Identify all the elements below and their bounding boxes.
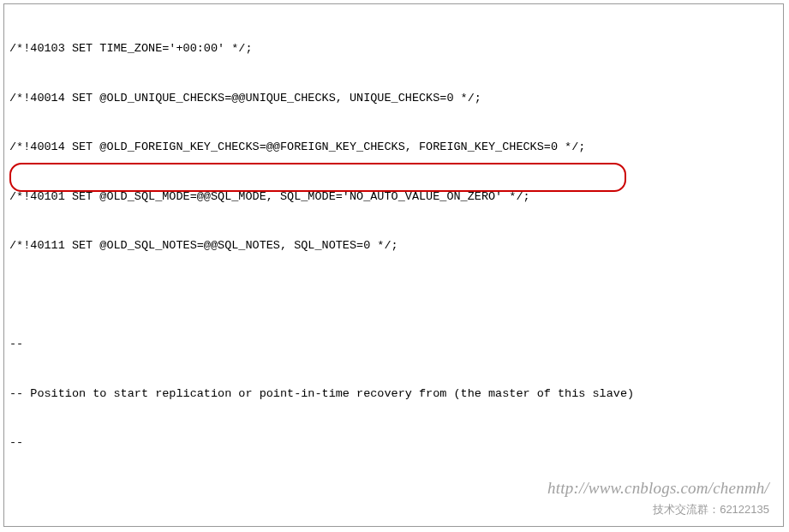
sql-line: -- Position to start replication or poin… [9, 386, 778, 402]
sql-line [9, 287, 778, 303]
sql-line: -- [9, 336, 778, 352]
sql-line: /*!40103 SET TIME_ZONE='+00:00' */; [9, 40, 778, 57]
code-frame: /*!40103 SET TIME_ZONE='+00:00' */; /*!4… [3, 3, 784, 527]
sql-line: /*!40014 SET @OLD_UNIQUE_CHECKS=@@UNIQUE… [9, 90, 778, 106]
sql-line [9, 484, 778, 500]
sql-dump-content: /*!40103 SET TIME_ZONE='+00:00' */; /*!4… [4, 4, 783, 527]
sql-line: /*!40101 SET @OLD_SQL_MODE=@@SQL_MODE, S… [9, 188, 778, 205]
sql-line: /*!40111 SET @OLD_SQL_NOTES=@@SQL_NOTES,… [9, 237, 778, 254]
sql-line: /*!40014 SET @OLD_FOREIGN_KEY_CHECKS=@@F… [9, 139, 778, 155]
sql-line: -- [9, 434, 778, 451]
